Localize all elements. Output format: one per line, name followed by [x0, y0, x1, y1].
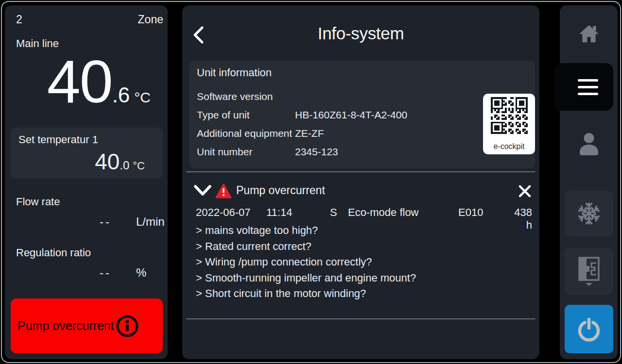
info-row-label: Software version [197, 91, 273, 102]
zone-label: Zone [138, 13, 163, 26]
mold-module-button[interactable] [565, 248, 613, 295]
flow-rate-value: -- [100, 215, 111, 229]
set-temp-integer: 40 [95, 150, 120, 173]
set-temperature-value: 40 .0 °C [95, 150, 145, 173]
e-cockpit-qr-card: e-cockpit [483, 94, 535, 154]
checklist-item: > Wiring /pump connection correctly? [196, 254, 416, 270]
alarm-title: Pump overcurrent [236, 184, 325, 197]
regulation-ratio-unit: % [136, 266, 146, 280]
zone-status-panel: 2 Zone Main line 40 .6 °C Set temperatur… [5, 5, 168, 359]
set-temp-unit: °C [133, 160, 145, 172]
warning-triangle-icon [215, 183, 232, 199]
checklist-item: > Short circuit in the motor winding? [196, 286, 416, 302]
menu-icon [578, 79, 598, 82]
info-row-value: ZE-ZF [295, 128, 324, 139]
alarm-banner[interactable]: Pump overcurrent [11, 298, 163, 353]
power-button[interactable] [565, 305, 613, 353]
checklist-item: > Rated current correct? [196, 239, 416, 255]
zone-header: 2 Zone [16, 13, 163, 26]
temperature-decimal: .6 [112, 83, 130, 107]
info-row-value: HB-160Z61-8-4T-A2-400 [295, 109, 407, 121]
flow-rate-unit: L/min [136, 215, 165, 229]
divider [186, 171, 536, 172]
user-icon [578, 132, 600, 156]
alarm-banner-label: Pump overcurrent [17, 319, 114, 333]
regulation-ratio-value: -- [100, 266, 111, 280]
power-icon [576, 316, 602, 342]
chevron-down-icon[interactable] [194, 185, 211, 197]
checklist-item: > Smooth-running impeller and engine mou… [196, 270, 416, 286]
home-button[interactable] [560, 5, 618, 62]
user-button[interactable] [560, 116, 618, 172]
temperature-integer: 40 [47, 54, 112, 109]
info-row-label: Additional equipment [197, 128, 292, 139]
set-temperature-label: Set temperatur 1 [18, 133, 98, 146]
regulation-ratio-label: Regulation ratio [16, 247, 91, 259]
divider [186, 318, 536, 319]
cooling-button[interactable] [565, 191, 613, 236]
qr-code [491, 97, 528, 134]
alarm-checklist: > mains voltage too high? > Rated curren… [196, 223, 416, 302]
qr-label: e-cockpit [483, 142, 535, 151]
set-temp-decimal: .0 [120, 159, 129, 172]
alarm-detail-header: Pump overcurrent [182, 182, 539, 201]
zone-number: 2 [16, 13, 22, 26]
navigation-sidebar [560, 5, 618, 359]
info-system-panel: Info-system Unit information Software ve… [182, 5, 539, 359]
unit-information-card: Unit information Software version Type o… [189, 61, 535, 168]
home-icon [578, 24, 600, 43]
unit-information-title: Unit information [197, 66, 272, 79]
set-temperature-card[interactable]: Set temperatur 1 40 .0 °C [11, 128, 163, 179]
alarm-error-code: E010 [458, 206, 512, 232]
main-line-temperature: 40 .6 °C [47, 54, 151, 109]
page-title: Info-system [182, 24, 539, 43]
menu-button-active[interactable] [554, 63, 613, 111]
close-icon[interactable] [518, 184, 532, 198]
snowflake-icon [576, 201, 602, 226]
info-row-value: 2345-123 [295, 146, 338, 158]
temperature-unit: °C [134, 89, 151, 106]
info-icon [115, 314, 139, 338]
alarm-operating-hours: 438 h [512, 206, 532, 232]
checklist-item: > mains voltage too high? [196, 223, 416, 239]
flow-rate-label: Flow rate [16, 196, 60, 208]
mold-module-icon [576, 256, 602, 287]
info-row-label: Type of unit [197, 109, 250, 121]
info-row-label: Unit number [197, 146, 252, 158]
